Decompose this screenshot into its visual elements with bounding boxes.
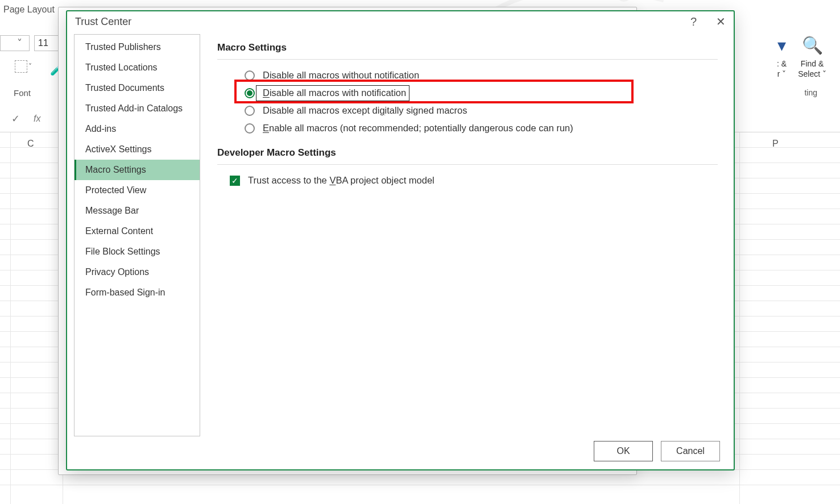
- sidebar-item-activex-settings[interactable]: ActiveX Settings: [75, 139, 200, 160]
- ribbon-tab-page-layout: Page Layout: [3, 5, 55, 15]
- radio-icon[interactable]: [245, 123, 255, 134]
- sidebar-item-trusted-add-in-catalogs[interactable]: Trusted Add-in Catalogs: [75, 98, 200, 119]
- sidebar-item-message-bar[interactable]: Message Bar: [75, 201, 200, 221]
- ok-button[interactable]: OK: [594, 441, 653, 461]
- font-size-input: 11: [34, 35, 61, 51]
- sidebar-item-trusted-publishers[interactable]: Trusted Publishers: [75, 37, 200, 57]
- font-name-dd: [0, 35, 30, 51]
- dialog-titlebar: Trust Center ? ✕: [67, 11, 734, 34]
- divider: [217, 59, 718, 60]
- sidebar-item-macro-settings[interactable]: Macro Settings: [75, 160, 200, 180]
- dialog-footer: OK Cancel: [67, 436, 734, 469]
- radio-icon[interactable]: [245, 70, 255, 81]
- macro-radio-option-1[interactable]: Disable all macros with notification: [217, 84, 727, 102]
- divider: [217, 164, 718, 165]
- trust-center-dialog: Trust Center ? ✕ Trusted PublishersTrust…: [66, 10, 735, 470]
- macro-radio-option-3[interactable]: Enable all macros (not recommended; pote…: [217, 119, 727, 137]
- radio-label: Disable all macros except digitally sign…: [263, 105, 467, 116]
- ribbon-group-editing-partial: ting: [804, 88, 817, 97]
- section-title-developer: Developer Macro Settings: [217, 147, 727, 159]
- macro-settings-panel: Macro Settings Disable all macros withou…: [200, 34, 727, 436]
- radio-label: Disable all macros without notification: [263, 70, 419, 81]
- sidebar-item-protected-view[interactable]: Protected View: [75, 180, 200, 201]
- check-icon: [11, 113, 20, 125]
- sidebar-item-add-ins[interactable]: Add-ins: [75, 119, 200, 139]
- sidebar-item-file-block-settings[interactable]: File Block Settings: [75, 241, 200, 262]
- fx-icon: fx: [34, 114, 40, 124]
- cancel-button[interactable]: Cancel: [661, 441, 720, 461]
- trust-vba-access-checkbox-row[interactable]: Trust access to the VBA project object m…: [217, 172, 727, 189]
- radio-icon[interactable]: [245, 106, 255, 116]
- help-icon[interactable]: ?: [690, 15, 697, 28]
- trust-vba-access-label: Trust access to the VBA project object m…: [248, 175, 435, 186]
- sort-filter-partial: ▾ : &r ˅: [777, 34, 787, 79]
- sidebar-item-form-based-sign-in[interactable]: Form-based Sign-in: [75, 282, 200, 303]
- dialog-title: Trust Center: [75, 16, 131, 28]
- ribbon-group-font: Font: [14, 88, 31, 98]
- sidebar-item-trusted-documents[interactable]: Trusted Documents: [75, 78, 200, 98]
- sidebar-item-external-content[interactable]: External Content: [75, 221, 200, 241]
- checkbox-icon[interactable]: [230, 176, 240, 186]
- macro-radio-option-2[interactable]: Disable all macros except digitally sign…: [217, 102, 727, 119]
- radio-icon[interactable]: [245, 88, 255, 98]
- macro-radio-option-0[interactable]: Disable all macros without notification: [217, 66, 727, 84]
- ribbon-right-cluster: ▾ : &r ˅ 🔍 Find &Select ˅: [777, 34, 826, 79]
- find-select-button[interactable]: 🔍 Find &Select ˅: [798, 34, 826, 79]
- radio-label: Enable all macros (not recommended; pote…: [263, 123, 573, 134]
- chevron-down-icon: ˅: [17, 37, 22, 49]
- section-title-macro: Macro Settings: [217, 42, 727, 53]
- close-icon[interactable]: ✕: [716, 15, 726, 28]
- chevron-down-icon: ˅: [28, 63, 32, 70]
- search-icon: 🔍: [798, 34, 826, 56]
- borders-icon: [15, 60, 27, 73]
- radio-label: Disable all macros with notification: [263, 88, 406, 98]
- sidebar-item-trusted-locations[interactable]: Trusted Locations: [75, 57, 200, 78]
- funnel-icon: ▾: [777, 34, 787, 56]
- sidebar-item-privacy-options[interactable]: Privacy Options: [75, 262, 200, 282]
- trust-center-sidebar: Trusted PublishersTrusted LocationsTrust…: [74, 34, 200, 436]
- formula-bar: fx: [11, 113, 40, 125]
